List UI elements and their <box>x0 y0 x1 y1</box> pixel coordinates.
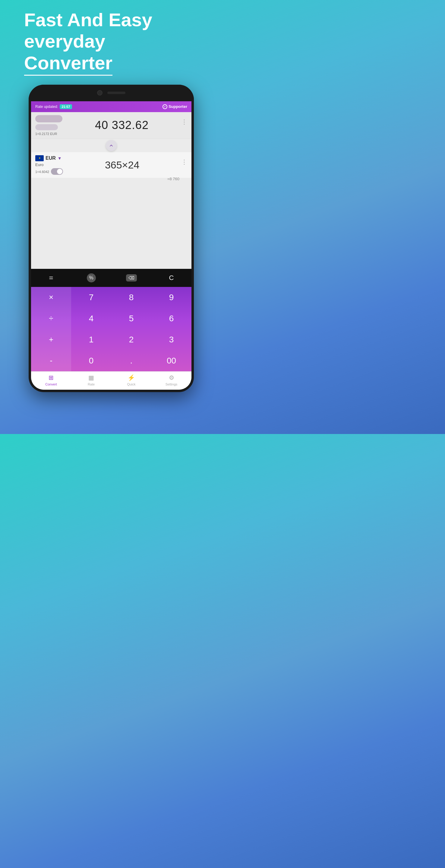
quick-icon: ⚡ <box>127 374 135 381</box>
tagline-line3: Converter <box>24 52 113 76</box>
top-currency-flag <box>35 115 62 122</box>
key-9[interactable]: 9 <box>151 287 191 308</box>
supporter-badge[interactable]: ✓ Supporter <box>162 104 187 109</box>
eur-flag-icon <box>35 155 44 161</box>
add-key[interactable]: + <box>31 329 71 350</box>
bottom-more-icon[interactable]: ⋮ <box>181 158 187 165</box>
key-double-zero[interactable]: 00 <box>151 350 191 371</box>
nav-settings[interactable]: ⚙ Settings <box>151 374 191 386</box>
bottom-rate-label: 1=4.6042 <box>35 170 49 174</box>
nav-rate-label: Rate <box>88 382 95 386</box>
rate-toggle[interactable] <box>51 168 63 175</box>
tagline-line2: everyday <box>24 31 105 52</box>
top-currency-flag-2 <box>35 124 58 130</box>
earpiece-speaker <box>107 92 125 94</box>
divide-key[interactable]: ÷ <box>31 308 71 329</box>
nav-settings-label: Settings <box>166 382 178 386</box>
nav-rate[interactable]: ▦ Rate <box>71 374 111 386</box>
currency-selector[interactable]: EUR ▼ <box>35 155 63 161</box>
top-amount-display: 40 332.62 <box>95 119 149 132</box>
phone-mockup: Rate updated: 21:57 ✓ Supporter 1=0.2172… <box>29 85 194 392</box>
checkmark-icon: ✓ <box>162 104 167 109</box>
top-more-icon[interactable]: ⋮ <box>181 118 187 125</box>
key-decimal[interactable]: . <box>111 350 151 371</box>
chevron-up-icon <box>109 143 114 148</box>
nav-convert-label: Convert <box>45 382 57 386</box>
nav-quick-label: Quick <box>127 382 136 386</box>
keypad-area: = % ⌫ C × 7 8 9 ÷ <box>31 269 191 371</box>
tagline-line1: Fast And Easy <box>24 9 152 30</box>
backspace-key[interactable]: ⌫ <box>111 271 151 285</box>
key-1[interactable]: 1 <box>71 329 111 350</box>
nav-convert[interactable]: ⊞ Convert <box>31 374 71 386</box>
currency-code: EUR <box>46 156 56 161</box>
phone-notch <box>29 85 194 101</box>
percent-key[interactable]: % <box>71 271 111 285</box>
key-4[interactable]: 4 <box>71 308 111 329</box>
top-currency-info: 1=0.2172 EUR <box>35 115 62 135</box>
front-camera <box>97 90 102 96</box>
settings-icon: ⚙ <box>169 374 174 381</box>
key-3[interactable]: 3 <box>151 329 191 350</box>
expression-result: =8 760 <box>31 177 191 183</box>
rate-time-badge: 21:57 <box>60 104 72 109</box>
app-top-bar: Rate updated: 21:57 ✓ Supporter <box>31 101 191 112</box>
key-8[interactable]: 8 <box>111 287 151 308</box>
bottom-currency-info: EUR ▼ Euro 1=4.6042 <box>35 155 63 175</box>
percent-badge: % <box>87 273 96 282</box>
rate-icon: ▦ <box>88 374 94 381</box>
converter-display: 1=0.2172 EUR 40 332.62 ⋮ <box>31 112 191 269</box>
bottom-expression-area: 365×24 <box>105 159 139 171</box>
key-7[interactable]: 7 <box>71 287 111 308</box>
key-6[interactable]: 6 <box>151 308 191 329</box>
numpad-grid: × 7 8 9 ÷ 4 5 6 + 1 2 3 - 0 <box>31 287 191 371</box>
key-5[interactable]: 5 <box>111 308 151 329</box>
backspace-badge: ⌫ <box>126 274 137 281</box>
special-keys-row: = % ⌫ C <box>31 269 191 287</box>
expression-display: 365×24 <box>105 159 139 171</box>
currency-name: Euro <box>35 162 63 167</box>
multiply-key[interactable]: × <box>31 287 71 308</box>
phone-screen: Rate updated: 21:57 ✓ Supporter 1=0.2172… <box>31 101 191 390</box>
top-currency-row[interactable]: 1=0.2172 EUR 40 332.62 ⋮ <box>31 112 191 139</box>
bottom-currency-row[interactable]: EUR ▼ Euro 1=4.6042 365×24 ⋮ <box>31 152 191 178</box>
bottom-navigation: ⊞ Convert ▦ Rate ⚡ Quick ⚙ Settings <box>31 371 191 390</box>
phone-shell: Rate updated: 21:57 ✓ Supporter 1=0.2172… <box>29 85 194 392</box>
app-header-text: Fast And Easy everyday Converter <box>0 0 222 82</box>
top-rate-label: 1=0.2172 EUR <box>35 132 62 135</box>
rate-updated-label: Rate updated: 21:57 <box>35 104 72 109</box>
convert-icon: ⊞ <box>49 374 54 381</box>
subtract-key[interactable]: - <box>31 350 71 371</box>
toggle-row <box>31 139 191 152</box>
currency-dropdown-icon[interactable]: ▼ <box>58 156 62 161</box>
equals-key[interactable]: = <box>31 271 71 285</box>
supporter-label: Supporter <box>169 104 187 109</box>
key-0[interactable]: 0 <box>71 350 111 371</box>
swap-currencies-button[interactable] <box>106 140 117 151</box>
clear-key[interactable]: C <box>151 271 191 285</box>
key-2[interactable]: 2 <box>111 329 151 350</box>
top-amount-area: 40 332.62 <box>95 119 149 132</box>
nav-quick[interactable]: ⚡ Quick <box>111 374 151 386</box>
rate-updated-text: Rate updated: <box>35 104 58 109</box>
